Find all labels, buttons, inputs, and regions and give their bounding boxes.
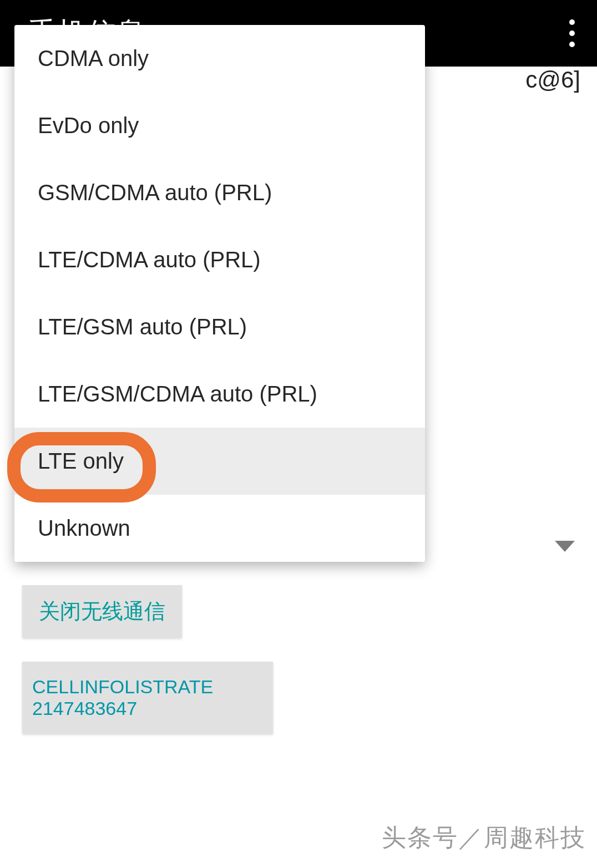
menu-item-cdma-only[interactable]: CDMA only: [14, 25, 425, 92]
background-text-fragment: c@6]: [525, 67, 580, 93]
network-type-dropdown: CDMA only EvDo only GSM/CDMA auto (PRL) …: [14, 25, 425, 562]
menu-item-label: CDMA only: [38, 46, 149, 71]
chevron-down-icon[interactable]: [555, 541, 575, 552]
menu-item-label: EvDo only: [38, 113, 139, 138]
cellinfo-button[interactable]: CELLINFOLISTRATE 2147483647: [22, 662, 273, 734]
menu-item-evdo-only[interactable]: EvDo only: [14, 92, 425, 159]
menu-item-label: LTE/GSM auto (PRL): [38, 314, 247, 339]
menu-item-lte-gsm-cdma-auto[interactable]: LTE/GSM/CDMA auto (PRL): [14, 361, 425, 428]
menu-item-label: GSM/CDMA auto (PRL): [38, 180, 272, 205]
more-options-icon[interactable]: [564, 14, 580, 53]
watermark-text: 头条号／周趣科技: [382, 821, 586, 854]
menu-item-gsm-cdma-auto[interactable]: GSM/CDMA auto (PRL): [14, 159, 425, 226]
menu-item-label: LTE/CDMA auto (PRL): [38, 247, 261, 272]
radio-off-button[interactable]: 关闭无线通信: [22, 585, 182, 638]
menu-item-lte-only[interactable]: LTE only: [14, 428, 425, 495]
menu-item-lte-cdma-auto[interactable]: LTE/CDMA auto (PRL): [14, 226, 425, 293]
menu-item-label: Unknown: [38, 516, 130, 541]
menu-item-label: LTE only: [38, 449, 124, 474]
menu-item-unknown[interactable]: Unknown: [14, 495, 425, 562]
menu-item-lte-gsm-auto[interactable]: LTE/GSM auto (PRL): [14, 293, 425, 361]
menu-item-label: LTE/GSM/CDMA auto (PRL): [38, 382, 317, 407]
